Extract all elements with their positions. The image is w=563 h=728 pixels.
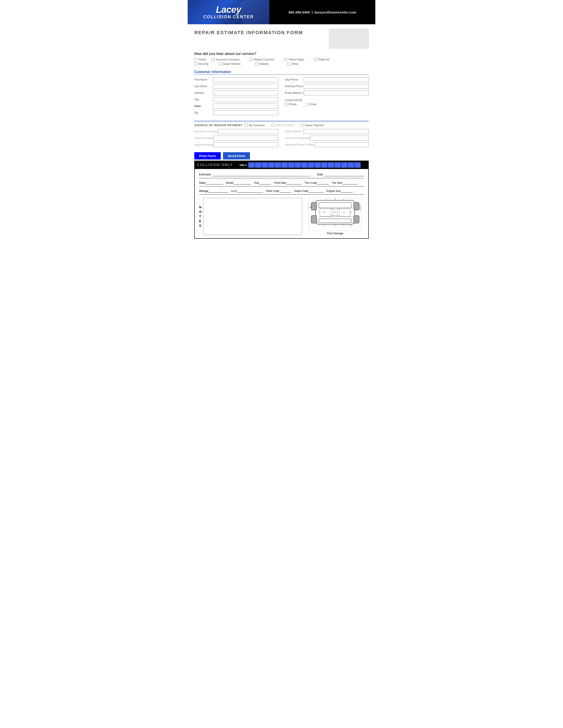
vin-box-3[interactable] xyxy=(261,162,268,168)
day-phone-input[interactable] xyxy=(304,77,369,82)
their-insurance-check[interactable] xyxy=(271,124,274,127)
svg-rect-11 xyxy=(354,216,359,223)
vin-box-10[interactable] xyxy=(308,162,314,168)
claim-number-input[interactable] xyxy=(304,129,369,134)
paint-code-label: Paint Code xyxy=(266,190,279,193)
date-accident-input[interactable] xyxy=(213,136,278,141)
checkbox-website[interactable]: Website xyxy=(255,62,269,66)
trim-code-line xyxy=(317,180,329,184)
svg-text:REAR: REAR xyxy=(309,206,313,208)
contact-separator: | xyxy=(312,10,313,14)
svg-text:14: 14 xyxy=(323,211,326,213)
adj-phone-label: Adjusters Phone Number xyxy=(285,143,315,146)
tire-size-label: Tire Size xyxy=(332,181,342,184)
notes-left: N O T E S xyxy=(199,198,302,235)
tire-size-line xyxy=(342,180,358,184)
estimator-line xyxy=(212,172,311,176)
vin-box-7[interactable] xyxy=(288,162,294,168)
customer-info-columns: First Name Last Name Address City State … xyxy=(194,77,369,117)
vin-box-4[interactable] xyxy=(268,162,274,168)
model-field: Model xyxy=(226,180,251,184)
checkbox-friend[interactable]: Friend xyxy=(194,58,206,61)
vin-box-2[interactable] xyxy=(255,162,261,168)
first-name-input[interactable] xyxy=(213,77,278,82)
print-form-button[interactable]: Print Form xyxy=(194,152,221,159)
mileage-row: Mileage Lic.# Paint Code Stripe Code Eng… xyxy=(199,189,364,195)
contact-phone-check[interactable] xyxy=(285,103,288,106)
checkbox-yellow-pages[interactable]: Yellow Pages xyxy=(284,58,304,61)
svg-text:13: 13 xyxy=(334,211,336,213)
email-label: Email Address 1 xyxy=(285,91,304,94)
address-row: Address xyxy=(194,90,278,95)
evening-phone-input[interactable] xyxy=(304,84,369,89)
year-field: Year xyxy=(254,180,271,184)
checkbox-insurance-company[interactable]: Insurance Company xyxy=(211,58,239,61)
checkbox-repeat[interactable]: Repeat Customer xyxy=(249,58,274,61)
email-input[interactable] xyxy=(304,90,369,95)
their-insurance-option[interactable]: Their Insurance xyxy=(271,124,294,127)
svg-text:11: 11 xyxy=(349,211,352,213)
owner-payment-check[interactable] xyxy=(301,124,304,127)
address-input[interactable] xyxy=(213,90,278,95)
my-insurance-check[interactable] xyxy=(244,124,248,127)
send-form-button[interactable]: Send Form xyxy=(223,152,250,159)
vin-box-6[interactable] xyxy=(282,162,288,168)
vin-box-16[interactable] xyxy=(348,162,354,168)
lic-line xyxy=(237,189,263,193)
adjusters-name-label: Adjusters Name xyxy=(194,143,213,146)
adj-phone-input[interactable] xyxy=(315,142,369,147)
zip-input[interactable] xyxy=(213,110,278,115)
contact-phone: 360.456.5400 xyxy=(289,10,310,14)
collision-header: COLLISION ONLY VIN # xyxy=(195,161,368,169)
checkbox-other[interactable]: Other xyxy=(288,62,298,66)
vin-box-13[interactable] xyxy=(328,162,334,168)
city-input[interactable] xyxy=(213,97,278,102)
checkbox-radio-input[interactable] xyxy=(314,58,317,61)
model-label: Model xyxy=(226,181,233,184)
checkbox-website-input[interactable] xyxy=(255,62,258,66)
checkbox-repeat-input[interactable] xyxy=(249,58,252,61)
owner-payment-option[interactable]: Owner Payment xyxy=(301,124,324,127)
ins-company-input[interactable] xyxy=(218,129,278,134)
contact-email-check[interactable] xyxy=(306,103,309,106)
notes-box xyxy=(203,198,302,235)
adjusters-name-input[interactable] xyxy=(213,142,278,147)
notes-e: E xyxy=(199,219,202,223)
vin-box-1[interactable] xyxy=(248,162,254,168)
checkbox-friend-input[interactable] xyxy=(194,58,197,61)
collision-title: COLLISION ONLY xyxy=(197,163,233,167)
checkbox-dealer-referral[interactable]: Dealer Referral xyxy=(218,62,240,66)
collision-body: Estimator Date Make Model Year xyxy=(195,169,368,238)
svg-text:7: 7 xyxy=(326,198,327,200)
notes-row: N O T E S xyxy=(199,198,364,235)
vin-box-11[interactable] xyxy=(315,162,321,168)
date-accident-label: Date of Accident xyxy=(194,137,213,140)
vin-box-5[interactable] xyxy=(275,162,281,168)
checkbox-driveby-input[interactable] xyxy=(194,62,197,66)
state-input[interactable] xyxy=(213,104,278,109)
engine-size-line xyxy=(341,189,353,193)
checkbox-insurance-input[interactable] xyxy=(211,58,214,61)
contact-email-option[interactable]: Email xyxy=(306,103,317,106)
vin-box-12[interactable] xyxy=(321,162,328,168)
evening-phone-label: Evening Phone xyxy=(285,85,304,88)
contact-phone-option[interactable]: Phone xyxy=(285,103,297,106)
vin-box-15[interactable] xyxy=(341,162,347,168)
checkbox-radio-ad[interactable]: Radio Ad xyxy=(314,58,329,61)
last-name-input[interactable] xyxy=(213,84,278,89)
checkbox-drive-by[interactable]: Drive By xyxy=(194,62,208,66)
checkbox-other-input[interactable] xyxy=(288,62,291,66)
my-insurance-option[interactable]: My Insurance xyxy=(244,124,265,127)
checkbox-yellow-input[interactable] xyxy=(284,58,287,61)
vin-box-9[interactable] xyxy=(302,162,308,168)
svg-text:2: 2 xyxy=(319,211,320,213)
checkbox-dealer-input[interactable] xyxy=(218,62,221,66)
mileage-line xyxy=(208,189,228,193)
vin-box-8[interactable] xyxy=(295,162,301,168)
collision-section: COLLISION ONLY VIN # xyxy=(194,161,369,239)
vin-box-14[interactable] xyxy=(335,162,341,168)
vin-box-17[interactable] xyxy=(354,162,361,168)
svg-text:6: 6 xyxy=(343,225,345,227)
contact-website: laceycollisioncenter.com xyxy=(315,10,356,14)
deductible-input[interactable] xyxy=(310,136,369,141)
